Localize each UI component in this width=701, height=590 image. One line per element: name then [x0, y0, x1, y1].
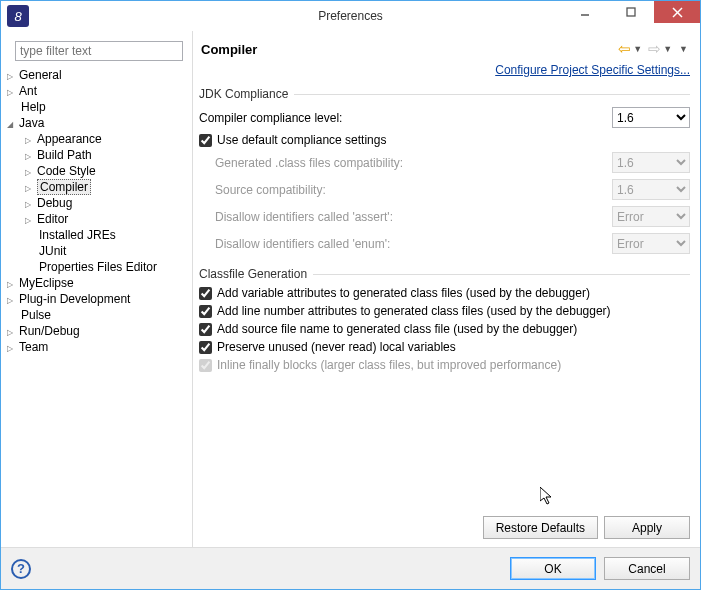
disallow-enum-label: Disallow identifiers called 'enum': — [215, 237, 612, 251]
maximize-button[interactable] — [608, 1, 654, 23]
generated-class-label: Generated .class files compatibility: — [215, 156, 612, 170]
titlebar: 8 Preferences — [1, 1, 700, 31]
arrow-left-icon: ⇦ — [618, 40, 631, 58]
tree-item-appearance[interactable]: Appearance — [39, 131, 186, 147]
tree-item-editor[interactable]: Editor — [39, 211, 186, 227]
source-compat-label: Source compatibility: — [215, 183, 612, 197]
nav-back-button[interactable]: ⇦▼ — [617, 39, 645, 59]
disallow-enum-select: Error — [612, 233, 690, 254]
cf-line-numbers-checkbox[interactable] — [199, 305, 212, 318]
cf-source-name-checkbox[interactable] — [199, 323, 212, 336]
cf-preserve-unused-checkbox[interactable] — [199, 341, 212, 354]
disallow-assert-select: Error — [612, 206, 690, 227]
sidebar: General Ant Help Java Appearance Build P… — [1, 31, 193, 547]
cf-inline-finally-checkbox — [199, 359, 212, 372]
apply-button[interactable]: Apply — [604, 516, 690, 539]
svg-rect-1 — [627, 8, 635, 16]
cf-line-numbers-label: Add line number attributes to generated … — [217, 304, 611, 318]
page-title: Compiler — [201, 42, 257, 57]
filter-input[interactable] — [15, 41, 183, 61]
tree-item-compiler[interactable]: Compiler — [39, 179, 186, 195]
tree-item-general[interactable]: General — [21, 67, 186, 83]
chevron-down-icon: ▼ — [631, 44, 644, 54]
dialog-footer: ? OK Cancel — [1, 547, 700, 589]
tree-item-installed-jres[interactable]: Installed JREs — [39, 227, 186, 243]
cf-var-attrs-checkbox[interactable] — [199, 287, 212, 300]
tree-item-properties-editor[interactable]: Properties Files Editor — [39, 259, 186, 275]
group-classfile-title: Classfile Generation — [199, 267, 313, 281]
chevron-down-icon: ▼ — [661, 44, 674, 54]
tree-item-ant[interactable]: Ant — [21, 83, 186, 99]
restore-defaults-button[interactable]: Restore Defaults — [483, 516, 598, 539]
group-classfile-generation: Classfile Generation Add variable attrib… — [199, 267, 690, 374]
arrow-right-icon: ⇨ — [648, 40, 661, 58]
nav-forward-button[interactable]: ⇨▼ — [647, 39, 675, 59]
minimize-button[interactable] — [562, 1, 608, 23]
tree-item-help[interactable]: Help — [21, 99, 186, 115]
preferences-window: 8 Preferences General Ant Help Java Appe… — [0, 0, 701, 590]
cf-inline-finally-label: Inline finally blocks (larger class file… — [217, 358, 561, 372]
use-default-checkbox[interactable] — [199, 134, 212, 147]
use-default-label: Use default compliance settings — [217, 133, 386, 147]
tree-item-debug[interactable]: Debug — [39, 195, 186, 211]
source-compat-select: 1.6 — [612, 179, 690, 200]
disallow-assert-label: Disallow identifiers called 'assert': — [215, 210, 612, 224]
tree-item-code-style[interactable]: Code Style — [39, 163, 186, 179]
cancel-button[interactable]: Cancel — [604, 557, 690, 580]
ok-button[interactable]: OK — [510, 557, 596, 580]
tree-item-run-debug[interactable]: Run/Debug — [21, 323, 186, 339]
cf-preserve-unused-label: Preserve unused (never read) local varia… — [217, 340, 456, 354]
view-menu-button[interactable]: ▼ — [677, 44, 690, 54]
main-panel: Compiler ⇦▼ ⇨▼ ▼ Configure Project Speci… — [193, 31, 700, 547]
help-icon[interactable]: ? — [11, 559, 31, 579]
generated-class-select: 1.6 — [612, 152, 690, 173]
window-controls — [562, 1, 700, 31]
tree-item-build-path[interactable]: Build Path — [39, 147, 186, 163]
configure-project-link[interactable]: Configure Project Specific Settings... — [495, 63, 690, 77]
compliance-level-select[interactable]: 1.6 — [612, 107, 690, 128]
cf-var-attrs-label: Add variable attributes to generated cla… — [217, 286, 590, 300]
compliance-level-label: Compiler compliance level: — [199, 111, 612, 125]
tree-item-myeclipse[interactable]: MyEclipse — [21, 275, 186, 291]
tree-item-team[interactable]: Team — [21, 339, 186, 355]
close-button[interactable] — [654, 1, 700, 23]
group-jdk-title: JDK Compliance — [199, 87, 294, 101]
tree-item-java[interactable]: Java — [21, 115, 186, 131]
cf-source-name-label: Add source file name to generated class … — [217, 322, 577, 336]
preference-tree: General Ant Help Java Appearance Build P… — [7, 67, 186, 355]
tree-item-plugin-dev[interactable]: Plug-in Development — [21, 291, 186, 307]
app-icon: 8 — [7, 5, 29, 27]
group-jdk-compliance: JDK Compliance Compiler compliance level… — [199, 87, 690, 257]
tree-item-junit[interactable]: JUnit — [39, 243, 186, 259]
tree-item-pulse[interactable]: Pulse — [21, 307, 186, 323]
